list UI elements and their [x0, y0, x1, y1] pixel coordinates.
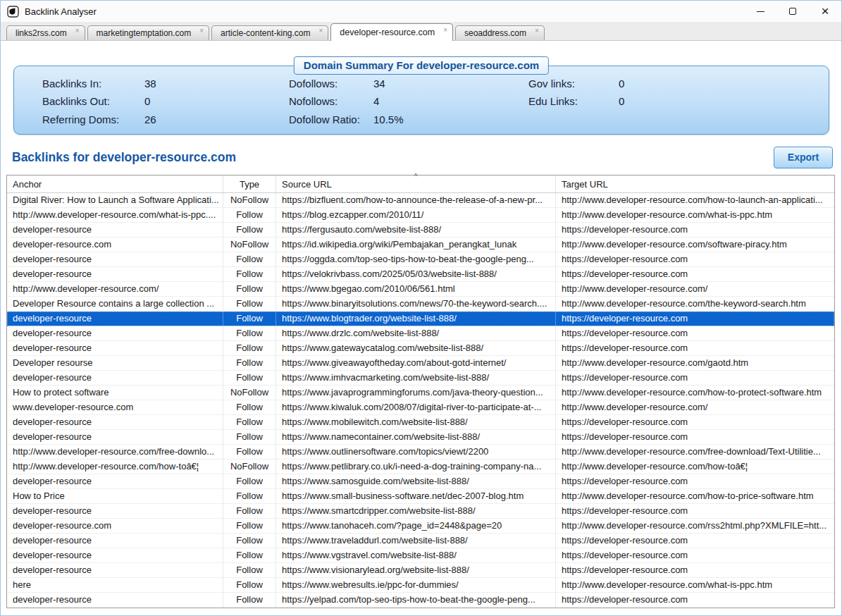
column-header-target-url[interactable]: Target URL	[556, 175, 834, 192]
table-row[interactable]: developer-resource Follow https://yelpad…	[7, 593, 834, 608]
table-row[interactable]: developer-resource Follow https://www.bl…	[7, 312, 834, 326]
title-bar: Backlink Analyser ×	[1, 1, 841, 22]
table-row[interactable]: developer-resource Follow https://www.im…	[7, 371, 834, 386]
table-row[interactable]: developer-resource.com Follow https://ww…	[7, 519, 834, 534]
table-row[interactable]: developer-resource Follow https://www.mo…	[7, 415, 834, 430]
cell-source-url: https://velokrivbass.com/2025/05/03/webs…	[276, 267, 556, 281]
maximize-button[interactable]	[776, 1, 809, 22]
table-row[interactable]: developer-resource Follow https://oggda.…	[7, 252, 834, 267]
cell-source-url: https://www.petlibrary.co.uk/i-need-a-do…	[276, 460, 556, 474]
column-header-anchor[interactable]: Anchor	[7, 175, 223, 192]
stat-referring-doms: Referring Doms: 26	[42, 113, 289, 125]
cell-anchor: developer-resource	[7, 534, 223, 548]
cell-target-url: https://developer-resource.com	[556, 341, 834, 355]
window-title: Backlink Analyser	[25, 6, 97, 17]
table-row[interactable]: here Follow https://www.webresults.ie/pp…	[7, 578, 834, 593]
cell-anchor: developer-resource	[7, 371, 223, 385]
export-button[interactable]: Export	[774, 147, 833, 168]
cell-target-url: http://www.developer-resource.com/how-to…	[556, 193, 834, 207]
tab-label: article-content-king.com	[221, 28, 310, 38]
table-row[interactable]: www.developer-resource.com Follow https:…	[7, 400, 834, 415]
table-row[interactable]: developer-resource.com NoFollow https://…	[7, 238, 834, 252]
table-row[interactable]: Developer resourse Follow https://www.gi…	[7, 356, 834, 371]
tab-close-icon[interactable]: ×	[75, 27, 80, 35]
cell-type: Follow	[223, 445, 276, 459]
table-row[interactable]: Developer Resource contains a large coll…	[7, 297, 834, 312]
table-row[interactable]: Digital River: How to Launch a Software …	[7, 193, 834, 208]
cell-target-url: http://www.developer-resource.com/the-ke…	[556, 297, 834, 311]
tab-developer-resource.com[interactable]: developer-resource.com ×	[330, 23, 453, 41]
table-row[interactable]: http://www.developer-resource.com/what-i…	[7, 208, 834, 223]
cell-target-url: http://www.developer-resource.com/how-to…	[556, 386, 834, 400]
backlinks-table-header: Anchor Type ^ Source URL Target URL	[7, 175, 834, 193]
cell-type: Follow	[223, 267, 276, 281]
cell-type: Follow	[223, 534, 276, 548]
table-row[interactable]: developer-resource Follow https://www.na…	[7, 430, 834, 445]
table-row[interactable]: How to Price Follow https://www.small-bu…	[7, 489, 834, 504]
table-row[interactable]: http://www.developer-resource.com/free-d…	[7, 445, 834, 460]
tab-close-icon[interactable]: ×	[535, 27, 539, 35]
tab-marketingtemptation.com[interactable]: marketingtemptation.com ×	[87, 25, 210, 40]
stat-backlinks-in: Backlinks In: 38	[42, 78, 289, 90]
table-row[interactable]: developer-resource Follow https://fergus…	[7, 223, 834, 238]
tab-close-icon[interactable]: ×	[199, 27, 204, 35]
table-row[interactable]: developer-resource Follow https://www.dr…	[7, 326, 834, 341]
cell-source-url: https://www.bgegao.com/2010/06/561.html	[276, 282, 556, 296]
cell-target-url: https://developer-resource.com	[556, 252, 834, 266]
cell-anchor: http://www.developer-resource.com/what-i…	[7, 208, 223, 222]
column-header-source-url[interactable]: ^ Source URL	[276, 175, 556, 192]
cell-source-url: https://www.vgstravel.com/website-list-8…	[276, 548, 556, 562]
cell-anchor: Developer Resource contains a large coll…	[7, 297, 223, 311]
cell-anchor: developer-resource	[7, 593, 223, 608]
cell-target-url: https://developer-resource.com	[556, 371, 834, 385]
cell-source-url: https://www.mobilewitch.com/website-list…	[276, 415, 556, 429]
tab-label: developer-resource.com	[340, 27, 435, 37]
cell-type: Follow	[223, 474, 276, 488]
table-row[interactable]: http://www.developer-resource.com/ Follo…	[7, 282, 834, 297]
table-row[interactable]: developer-resource Follow https://www.tr…	[7, 534, 834, 548]
close-button[interactable]: ×	[809, 1, 841, 22]
tab-links2rss.com[interactable]: links2rss.com ×	[6, 25, 85, 40]
table-row[interactable]: developer-resource Follow https://www.vg…	[7, 548, 834, 563]
cell-target-url: https://developer-resource.com	[556, 267, 834, 281]
main-content: Domain Summary For developer-resource.co…	[1, 66, 841, 616]
column-header-type[interactable]: Type	[223, 175, 276, 192]
cell-anchor: developer-resource	[7, 312, 223, 326]
cell-target-url: https://developer-resource.com	[556, 563, 834, 577]
tab-close-icon[interactable]: ×	[443, 27, 447, 34]
table-row[interactable]: developer-resource Follow https://www.sa…	[7, 474, 834, 489]
cell-target-url: http://www.developer-resource.com/free-d…	[556, 445, 834, 459]
cell-source-url: https://www.tanohaceh.com/?page_id=2448&…	[276, 519, 556, 533]
table-row[interactable]: developer-resource Follow https://www.sm…	[7, 504, 834, 519]
stat-gov-links: Gov links: 0	[528, 78, 829, 90]
cell-anchor: developer-resource	[7, 548, 223, 562]
stat-edu-links: Edu Links: 0	[528, 95, 829, 107]
cell-anchor: http://www.developer-resource.com/	[7, 282, 223, 296]
tab-close-icon[interactable]: ×	[319, 27, 323, 35]
table-row[interactable]: developer-resource Follow https://www.ga…	[7, 341, 834, 356]
table-row[interactable]: http://www.developer-resource.com/how-to…	[7, 460, 834, 474]
caption-buttons: ×	[744, 1, 841, 22]
cell-anchor: developer-resource.com	[7, 519, 223, 533]
table-row[interactable]: How to protect software NoFollow https:/…	[7, 386, 834, 400]
backlinks-table: Anchor Type ^ Source URL Target URL Digi…	[6, 175, 835, 608]
cell-source-url: https://blog.ezcapper.com/2010/11/	[276, 208, 556, 222]
cell-type: Follow	[223, 400, 276, 414]
table-row[interactable]: developer-resource Follow https://www.vi…	[7, 563, 834, 578]
cell-source-url: https://www.javaprogrammingforums.com/ja…	[276, 386, 556, 400]
tab-seoaddress.com[interactable]: seoaddress.com ×	[455, 25, 545, 40]
cell-source-url: https://www.namecontainer.com/website-li…	[276, 430, 556, 444]
minimize-icon	[757, 11, 764, 12]
cell-type: Follow	[223, 326, 276, 340]
minimize-button[interactable]	[744, 1, 776, 22]
cell-target-url: https://developer-resource.com	[556, 223, 834, 237]
tab-label: marketingtemptation.com	[97, 28, 192, 38]
cell-type: Follow	[223, 563, 276, 577]
tab-bar: links2rss.com × marketingtemptation.com …	[1, 22, 841, 41]
cell-anchor: How to protect software	[7, 386, 223, 400]
table-row[interactable]: developer-resource Follow https://velokr…	[7, 267, 834, 282]
maximize-icon	[789, 8, 796, 15]
tab-article-content-king.com[interactable]: article-content-king.com ×	[211, 25, 328, 40]
cell-anchor: developer-resource	[7, 504, 223, 518]
backlink-analyser-app-icon	[7, 6, 19, 18]
